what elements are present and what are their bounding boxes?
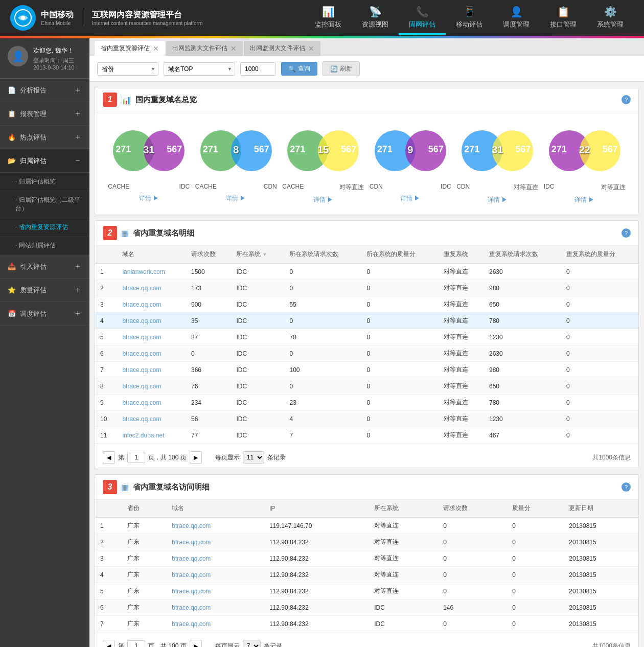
tab-province-resource[interactable]: 省内重复资源评估✕	[95, 41, 165, 56]
nav-item-resource[interactable]: 📡资源视图	[352, 2, 399, 35]
per-page-select3[interactable]: 7	[243, 640, 261, 647]
sidebar: 👤 欢迎您, 魏华！ 登录时间： 周三 2013-9-30 14:10 📄分析报…	[0, 38, 89, 647]
td-dup-quality: 0	[561, 427, 638, 444]
menu-toggle-introduction: ＋	[74, 261, 82, 272]
nav-item-mobile[interactable]: 📱移动评估	[446, 2, 493, 35]
td-sys-quality: 0	[361, 329, 439, 345]
th3-col6: 更新日期	[564, 500, 638, 517]
td3-domain[interactable]: btrace.qq.com	[167, 599, 264, 616]
nav-item-fixed[interactable]: 📞固网评估	[399, 2, 446, 35]
venn-detail-1[interactable]: 详情	[226, 194, 246, 203]
section1-help-button[interactable]: ?	[622, 95, 631, 104]
venn-detail-3[interactable]: 详情	[400, 194, 420, 203]
td3-domain[interactable]: btrace.qq.com	[167, 517, 264, 534]
td-domain[interactable]: btrace.qq.com	[117, 411, 186, 427]
per-page-select[interactable]: 11	[243, 451, 264, 464]
td-domain[interactable]: infoc2.duba.net	[117, 427, 186, 444]
sidebar-item-introduction[interactable]: 📥引入评估＋	[0, 255, 89, 279]
td-domain[interactable]: btrace.qq.com	[117, 395, 186, 411]
td3-domain[interactable]: btrace.qq.com	[167, 534, 264, 550]
prev-page-btn[interactable]: ◀	[103, 451, 115, 464]
th2-col4: 所在系统的质量分	[361, 246, 439, 263]
page-suffix: 页，共 100 页	[148, 453, 187, 462]
prev-page-btn3[interactable]: ◀	[103, 640, 115, 647]
sidebar-item-analysis[interactable]: 📄分析报告＋	[0, 79, 89, 102]
main-layout: 👤 欢迎您, 魏华！ 登录时间： 周三 2013-9-30 14:10 📄分析报…	[0, 38, 644, 647]
td-requests: 77	[186, 427, 232, 444]
domain-top-select[interactable]: 域名TOP	[164, 62, 235, 76]
td-dup-quality: 0	[561, 378, 638, 395]
td3-domain[interactable]: btrace.qq.com	[167, 550, 264, 567]
section3-table: 省份域名IP所在系统请求次数质量分更新日期 1 广东 btrace.qq.com…	[95, 500, 638, 632]
table-row: 7 广东 btrace.qq.com 112.90.84.232 IDC 0 0…	[95, 616, 638, 632]
td-dup-system: 对等直连	[439, 427, 484, 444]
sidebar-item-scheduling[interactable]: 📅调度评估＋	[0, 302, 89, 326]
td-dup-quality: 0	[561, 313, 638, 329]
td3-domain[interactable]: btrace.qq.com	[167, 616, 264, 632]
next-page-btn[interactable]: ▶	[190, 451, 202, 464]
nav-item-system[interactable]: ⚙️系统管理	[587, 2, 634, 35]
td3-system: 对等直连	[369, 550, 438, 567]
td3-date: 20130815	[564, 599, 638, 616]
td-domain[interactable]: btrace.qq.com	[117, 329, 186, 345]
count-input[interactable]	[240, 62, 276, 76]
tab-close-outbound-large2[interactable]: ✕	[308, 45, 314, 52]
per-page-prefix3: 每页显示	[215, 642, 240, 648]
th2-sort-2[interactable]: 所在系统	[236, 250, 279, 259]
section3-help-button[interactable]: ?	[622, 482, 631, 492]
venn-diagram-5: 271 22 567	[544, 123, 626, 179]
td-domain[interactable]: btrace.qq.com	[117, 296, 186, 313]
td3-domain[interactable]: btrace.qq.com	[167, 583, 264, 599]
venn-left-val-2: 271	[290, 144, 305, 155]
td3-quality: 0	[507, 567, 564, 583]
venn-detail-4[interactable]: 详情	[488, 196, 508, 204]
refresh-button[interactable]: 🔄 刷新	[323, 61, 360, 76]
tab-outbound-large[interactable]: 出网监测大文件评估✕	[166, 41, 243, 56]
section2-help-button[interactable]: ?	[622, 228, 631, 238]
submenu-item-attr-overview[interactable]: 归属评估概览	[0, 173, 89, 191]
td3-system: IDC	[369, 616, 438, 632]
section2-pagination: ◀ 第 页，共 100 页 ▶ 每页显示 11 条记录 共1000条信息	[95, 446, 638, 469]
td-domain[interactable]: btrace.qq.com	[117, 378, 186, 395]
nav-label-system: 系统管理	[597, 20, 624, 29]
td-domain[interactable]: btrace.qq.com	[117, 313, 186, 329]
venn-detail-0[interactable]: 详情	[139, 194, 159, 203]
submenu-item-province-resource[interactable]: 省内重复资源评估	[0, 218, 89, 237]
td-domain[interactable]: btrace.qq.com	[117, 345, 186, 362]
submenu-item-website-attr[interactable]: 网站归属评估	[0, 237, 89, 255]
venn-left-label-4: CDN	[456, 183, 470, 192]
tab-close-province-resource[interactable]: ✕	[153, 45, 159, 52]
query-button[interactable]: 🔍 查询	[281, 62, 317, 76]
nav-item-interface[interactable]: 📋接口管理	[540, 2, 587, 35]
th3-col1: 域名	[167, 500, 264, 517]
sidebar-item-attribution[interactable]: 📂归属评估－	[0, 149, 89, 173]
sidebar-item-report[interactable]: 📋报表管理＋	[0, 102, 89, 126]
page-input3[interactable]	[127, 640, 145, 647]
sidebar-item-hotspot[interactable]: 🔥热点评估＋	[0, 126, 89, 149]
page-input[interactable]	[127, 452, 145, 463]
nav-icon-mobile: 📱	[463, 6, 476, 18]
td3-quality: 0	[507, 583, 564, 599]
nav-item-scheduling[interactable]: 👤调度管理	[493, 2, 540, 35]
td-domain[interactable]: btrace.qq.com	[117, 280, 186, 296]
td3-quality: 0	[507, 534, 564, 550]
venn-center-val-4: 31	[492, 144, 503, 156]
td-domain[interactable]: btrace.qq.com	[117, 362, 186, 378]
province-select[interactable]: 省份	[97, 62, 158, 76]
venn-detail-5[interactable]: 详情	[574, 196, 594, 204]
tab-close-outbound-large[interactable]: ✕	[231, 45, 237, 52]
td3-requests: 146	[438, 599, 507, 616]
submenu-item-attr-overview2[interactable]: 归属评估概览（二级平台）	[0, 191, 89, 218]
td-domain[interactable]: lanlanwork.com	[117, 263, 186, 280]
user-info: 欢迎您, 魏华！ 登录时间： 周三 2013-9-30 14:10	[33, 47, 75, 71]
platform-subtitle: Internet content resources management pl…	[92, 20, 202, 26]
td-dup-system: 对等直连	[439, 345, 484, 362]
td-system: IDC	[231, 395, 284, 411]
next-page-btn3[interactable]: ▶	[190, 640, 202, 647]
venn-detail-2[interactable]: 详情	[313, 196, 333, 204]
td3-domain[interactable]: btrace.qq.com	[167, 567, 264, 583]
nav-item-monitor[interactable]: 📊监控面板	[305, 2, 352, 35]
tab-outbound-large2[interactable]: 出网监测大文件评估✕	[244, 41, 320, 56]
td3-ip: 112.90.84.232	[264, 583, 369, 599]
sidebar-item-quality[interactable]: ⭐质量评估＋	[0, 279, 89, 302]
